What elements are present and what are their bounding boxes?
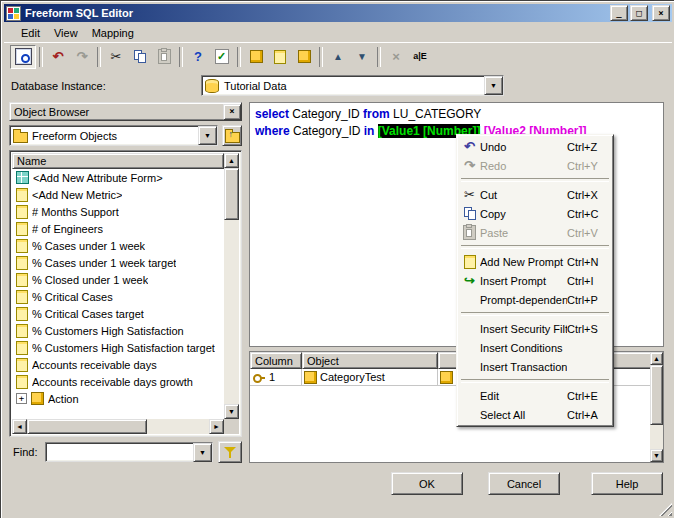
scroll-right-button[interactable]: ► [209,419,224,434]
menu-separator [461,245,609,249]
find-filter-button[interactable] [218,441,242,463]
vertical-scroll-thumb[interactable] [224,168,239,220]
object-list-horizontal-scrollbar[interactable]: ◄ ► [12,419,224,434]
title-bar[interactable]: Freeform SQL Editor _ □ × [4,4,672,22]
name-column-header[interactable]: Name [12,153,224,169]
menu-item-label: Insert Transaction [480,361,567,373]
paste-icon [463,225,476,240]
grid-cell-object[interactable]: CategoryTest [302,369,438,386]
scroll-up-icon: ▲ [228,157,235,164]
context-menu-item-undo[interactable]: ↶ Undo Ctrl+Z [459,137,611,156]
metric-icon [16,273,28,287]
context-menu-item-edit[interactable]: Edit Ctrl+E [459,386,611,405]
help-button-label: Help [616,478,639,490]
add-prompt-button[interactable] [244,46,268,68]
grid-cell-column-value: 1 [269,371,275,383]
cut-button[interactable]: ✂ [104,46,128,68]
list-item[interactable]: +Action [12,390,224,407]
list-item[interactable]: # of Engineers [12,220,224,237]
find-input[interactable]: ▼ [45,442,213,462]
move-up-button[interactable]: ▲ [326,46,350,68]
list-item[interactable]: % Cases under 1 week [12,237,224,254]
menu-mapping[interactable]: Mapping [85,25,141,41]
context-menu-item-select-all[interactable]: Select All Ctrl+A [459,405,611,424]
grid-scroll-thumb[interactable] [650,365,663,425]
folder-combobox[interactable]: Freeform Objects ▼ [9,125,218,146]
sql-identifier: Category_ID [289,107,363,121]
scroll-up-button[interactable]: ▲ [650,352,663,365]
list-item[interactable]: % Critical Cases target [12,305,224,322]
list-item[interactable]: % Customers High Satisfaction target [12,339,224,356]
move-down-button[interactable]: ▼ [350,46,374,68]
database-instance-combobox[interactable]: Tutorial Data ▼ [201,75,504,96]
minimize-icon: _ [616,9,621,18]
menu-edit[interactable]: Edit [14,25,47,41]
copy-button[interactable] [128,46,152,68]
resize-grip[interactable] [659,503,672,516]
copy-icon [134,50,146,63]
funnel-icon [224,446,237,459]
context-menu-item-insert-transaction[interactable]: Insert Transaction [459,357,611,376]
scroll-down-button[interactable]: ▼ [650,449,663,462]
list-item[interactable]: <Add New Attribute Form> [12,169,224,186]
close-icon: × [658,9,663,18]
scroll-up-button[interactable]: ▲ [224,153,239,168]
grid-vertical-scrollbar[interactable]: ▲ ▼ [650,352,663,462]
column-header-object[interactable]: Object [302,352,438,369]
database-instance-dropdown-button[interactable]: ▼ [484,76,503,95]
grid-cell-column[interactable]: 1 [250,369,302,386]
close-button[interactable]: × [652,5,670,21]
sql-view-button[interactable] [10,45,36,69]
validate-sql-button[interactable] [210,46,234,68]
list-item[interactable]: % Critical Cases [12,288,224,305]
find-label: Find: [13,446,37,458]
metric-icon [16,188,28,202]
object-list-vertical-scrollbar[interactable]: ▲ ▼ [224,153,239,419]
app-icon [6,6,21,21]
horizontal-scroll-thumb[interactable] [27,419,147,434]
list-item[interactable]: Accounts receivable days growth [12,373,224,390]
menu-item-label: Select All [480,409,567,421]
column-header-column[interactable]: Column [250,352,302,369]
context-menu-item-insert-prompt[interactable]: ↪ Insert Prompt Ctrl+I [459,271,611,290]
help-button[interactable]: ? [186,46,210,68]
context-menu-item-cut[interactable]: ✂ Cut Ctrl+X [459,185,611,204]
find-dropdown-button[interactable]: ▼ [193,443,212,462]
cancel-button[interactable]: Cancel [488,472,560,495]
list-item[interactable]: # Months Support [12,203,224,220]
context-menu-item-insert-security-filter[interactable]: Insert Security Filter Ctrl+S [459,319,611,338]
prompt-mapping-button[interactable] [292,46,316,68]
object-browser-close-button[interactable]: × [223,104,241,120]
column-mapping-button[interactable] [268,46,292,68]
undo-button[interactable]: ↶ [46,46,70,68]
list-item[interactable]: % Cases under 1 week target [12,254,224,271]
folder-dropdown-button[interactable]: ▼ [198,126,217,145]
ok-button[interactable]: OK [391,472,463,495]
context-menu-item-paste[interactable]: Paste Ctrl+V [459,223,611,242]
list-item[interactable]: % Closed under 1 week [12,271,224,288]
redo-button[interactable]: ↷ [70,46,94,68]
ok-button-label: OK [419,478,435,490]
menu-view[interactable]: View [47,25,85,41]
scroll-left-button[interactable]: ◄ [12,419,27,434]
scroll-down-button[interactable]: ▼ [224,404,239,419]
context-menu-item-prompt-dependent-sql[interactable]: Prompt-dependent SQL Ctrl+P [459,290,611,309]
context-menu-item-add-new-prompt[interactable]: Add New Prompt Ctrl+N [459,252,611,271]
rename-button[interactable]: a|E [408,46,432,68]
context-menu-item-redo[interactable]: ↷ Redo Ctrl+Y [459,156,611,175]
expand-icon[interactable]: + [16,393,27,404]
help-button-footer[interactable]: Help [591,472,663,495]
delete-button[interactable]: × [384,46,408,68]
list-item[interactable]: <Add New Metric> [12,186,224,203]
menu-bar: Edit View Mapping [4,23,672,42]
maximize-button[interactable]: □ [630,5,648,21]
up-one-level-button[interactable] [222,125,242,146]
minimize-button[interactable]: _ [610,5,628,21]
context-menu-item-copy[interactable]: Copy Ctrl+C [459,204,611,223]
paste-button[interactable] [152,46,176,68]
menu-item-shortcut: Ctrl+X [567,189,611,201]
list-item-label: % Critical Cases [32,291,113,303]
list-item[interactable]: Accounts receivable days [12,356,224,373]
list-item[interactable]: % Customers High Satisfaction [12,322,224,339]
context-menu-item-insert-conditions[interactable]: Insert Conditions [459,338,611,357]
